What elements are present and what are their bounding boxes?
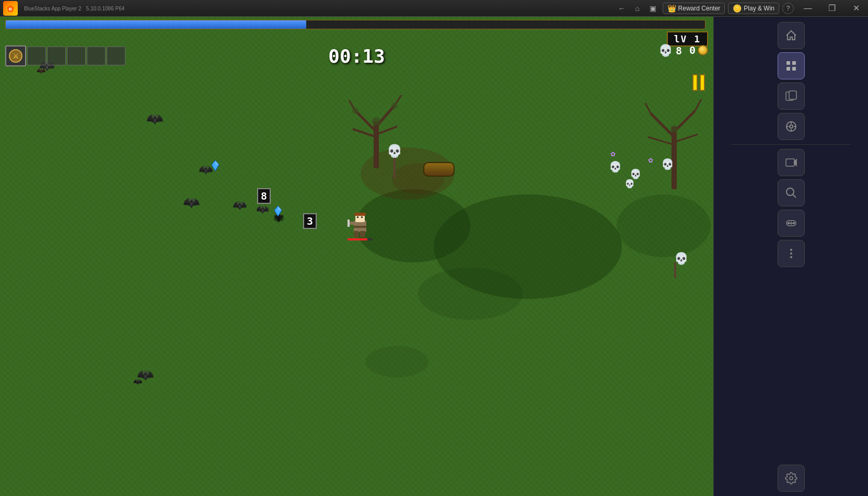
svg-text:B: B [9,7,12,11]
ground-patch-3 [418,268,523,320]
log [423,162,455,177]
skull-sprite-1: 💀 [609,160,622,173]
svg-rect-39 [792,61,796,65]
svg-rect-30 [354,231,359,237]
svg-point-9 [372,117,380,125]
play-win-button[interactable]: 🪙 Play & Win [728,3,779,14]
bat-6: 🦇 [256,203,269,215]
minimize-button[interactable]: — [796,0,820,17]
svg-rect-29 [348,220,350,227]
sidebar-more-button[interactable] [778,240,805,267]
game-area[interactable]: 💀 💀 💀 💀 💀 💀 ✿ ✿ 🦇 🦇 🦇 🦇 🦇 🦇 🦇 🦇 🦇 🕷 [0,17,713,496]
svg-rect-41 [792,67,796,71]
crown-icon: 👑 [667,4,676,13]
stake-right [674,262,676,278]
sidebar-separator-1 [731,144,851,145]
svg-rect-33 [361,216,363,218]
sidebar-game-controls-button[interactable] [778,210,805,237]
svg-point-61 [790,256,792,258]
titlebar-nav: ← ⌂ ▣ [615,1,661,16]
restore-button[interactable]: ❐ [820,0,844,17]
svg-line-5 [353,129,376,137]
home-button[interactable]: ⌂ [630,1,645,16]
main-content: 💀 💀 💀 💀 💀 💀 ✿ ✿ 🦇 🦇 🦇 🦇 🦇 🦇 🦇 🦇 🦇 🕷 [0,17,868,496]
svg-rect-35 [348,238,367,240]
titlebar: B BlueStacks App Player 2 5.10.0.1086 P6… [0,0,868,17]
skull-sprite-2: 💀 [630,168,641,180]
svg-rect-43 [789,91,796,99]
svg-rect-40 [786,67,790,71]
bat-shadow-7: 🦇 [133,377,142,386]
bat-4: 🦇 [199,163,213,177]
recent-button[interactable]: ▣ [646,1,661,16]
bat-2: 🦇 [146,111,163,127]
close-button[interactable]: ✕ [844,0,868,17]
svg-rect-25 [354,226,366,228]
damage-number-1: 8 [257,188,271,204]
svg-point-56 [793,223,794,224]
svg-line-18 [695,99,701,111]
svg-point-11 [391,102,398,109]
ground-patch-4 [617,194,711,257]
svg-point-10 [352,108,358,114]
window-controls: — ❐ ✕ [796,0,868,17]
sidebar-macro-button[interactable] [778,113,805,140]
flower-sprite-2: ✿ [648,157,653,164]
svg-line-6 [376,126,397,134]
svg-line-17 [645,103,651,113]
help-button[interactable]: ? [782,3,794,14]
sidebar-screen-recorder-button[interactable] [778,149,805,176]
svg-point-59 [790,249,792,251]
sidebar-home-button[interactable] [778,22,805,49]
sidebar-search-button[interactable] [778,179,805,206]
player-character [348,210,373,237]
bat-5: 🦇 [233,199,247,212]
play-win-coin-icon: 🪙 [733,4,742,13]
sidebar-multi-instance-button[interactable] [778,83,805,110]
svg-point-60 [790,252,792,255]
svg-point-52 [786,188,794,195]
svg-rect-31 [360,231,365,237]
svg-rect-38 [786,61,790,65]
bat-shadow-1: 🦇 [37,66,45,75]
svg-rect-27 [354,213,366,216]
back-button[interactable]: ← [615,1,629,16]
svg-point-62 [790,477,793,480]
bat-3: 🦇 [183,194,200,211]
dead-tree-2 [643,85,705,191]
svg-line-13 [651,113,674,137]
svg-line-16 [674,134,698,142]
svg-point-19 [670,125,678,133]
app-title: BlueStacks App Player 2 5.10.0.1086 P64 [21,5,615,12]
reward-center-button[interactable]: 👑 Reward Center [663,3,725,14]
skull-sprite-4: 💀 [624,179,635,189]
ground-patch-5 [366,346,429,377]
svg-line-15 [648,137,674,145]
sidebar-apps-button[interactable] [778,52,805,79]
skull-sprite-3: 💀 [661,158,674,170]
svg-point-55 [788,223,789,224]
svg-point-45 [790,125,793,128]
gem-2 [274,206,282,218]
damage-number-2: 3 [303,213,317,229]
gem-1 [212,160,219,173]
app-logo: B [3,1,18,16]
skull-sprite-5: 💀 [674,252,688,266]
skull-on-stake-1: 💀 [387,145,402,178]
svg-rect-32 [357,216,358,218]
svg-rect-50 [786,159,794,166]
flower-sprite: ✿ [610,151,616,158]
svg-line-53 [793,194,796,198]
sidebar-settings-button[interactable] [778,465,805,492]
sidebar [713,17,868,496]
